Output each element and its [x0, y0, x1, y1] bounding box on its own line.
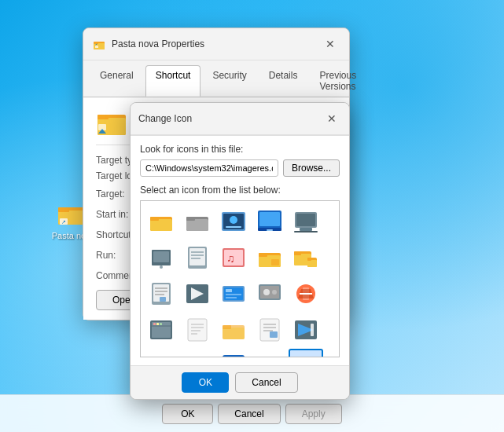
svg-point-69	[263, 289, 270, 295]
properties-close-button[interactable]: ✕	[321, 35, 340, 53]
svg-text:↗: ↗	[61, 219, 66, 225]
icon-cell-9[interactable]	[252, 240, 287, 275]
svg-rect-50	[294, 251, 301, 255]
icon-cell-4[interactable]	[252, 204, 287, 239]
svg-rect-19	[186, 219, 208, 231]
svg-rect-31	[300, 228, 312, 231]
change-icon-close-button[interactable]: ✕	[322, 109, 341, 128]
icon-cell-25[interactable]	[289, 349, 323, 357]
icon-cell-21[interactable]	[144, 349, 178, 357]
svg-rect-24	[226, 226, 241, 228]
svg-rect-46	[259, 253, 267, 257]
taskbar-cancel-button[interactable]: Cancel	[218, 404, 280, 424]
change-icon-select-label: Select an icon from the list below:	[140, 185, 340, 196]
svg-rect-80	[160, 323, 162, 325]
change-icon-title: Change Icon	[138, 113, 322, 124]
icon-cell-8[interactable]: ♫	[216, 240, 251, 275]
icon-cell-11[interactable]	[144, 276, 178, 311]
change-icon-content: Look for icons in this file: Browse... S…	[131, 135, 349, 365]
icon-cell-2[interactable]	[180, 204, 215, 239]
svg-rect-32	[294, 231, 318, 232]
properties-titlebar: Pasta nova Properties ✕	[83, 28, 349, 60]
taskbar-apply-button[interactable]: Apply	[285, 404, 342, 424]
svg-rect-26	[259, 212, 280, 226]
svg-rect-30	[296, 214, 315, 226]
properties-tabs: General Shortcut Security Details Previo…	[83, 60, 349, 97]
svg-point-23	[230, 216, 237, 224]
svg-rect-79	[156, 323, 159, 325]
icon-grid[interactable]: ♫	[140, 200, 340, 357]
tab-shortcut[interactable]: Shortcut	[145, 65, 201, 97]
svg-rect-106	[223, 355, 245, 357]
change-icon-dialog: Change Icon ✕ Look for icons in this fil…	[130, 102, 350, 400]
change-icon-file-input[interactable]	[140, 159, 278, 177]
svg-point-70	[272, 290, 277, 295]
svg-rect-64	[226, 289, 232, 292]
svg-rect-28	[267, 229, 273, 231]
svg-rect-53	[307, 258, 311, 261]
svg-rect-97	[150, 357, 172, 357]
icon-cell-18[interactable]	[216, 313, 251, 347]
icon-cell-7[interactable]	[180, 240, 215, 275]
svg-rect-2	[58, 207, 69, 212]
icon-cell-3[interactable]	[216, 204, 251, 239]
icon-cell-22[interactable]	[180, 349, 215, 357]
icon-cell-20[interactable]	[289, 313, 323, 347]
change-icon-file-row: Browse...	[140, 159, 340, 177]
svg-rect-16	[150, 219, 172, 231]
tab-previous-versions[interactable]: Previous Versions	[309, 65, 366, 97]
svg-rect-96	[311, 324, 314, 336]
taskbar: OK Cancel Apply	[0, 394, 504, 432]
icon-cell-1[interactable]	[144, 204, 178, 239]
icon-cell-15[interactable]	[289, 276, 323, 311]
titlebar-controls: ✕	[321, 35, 340, 53]
svg-rect-7	[94, 42, 98, 44]
svg-rect-17	[150, 217, 159, 221]
tab-general[interactable]: General	[90, 65, 144, 97]
change-icon-footer: OK Cancel	[131, 365, 349, 399]
svg-rect-78	[153, 323, 156, 325]
svg-rect-111	[259, 357, 281, 357]
properties-title-icon	[93, 38, 105, 50]
change-icon-ok-button[interactable]: OK	[182, 372, 229, 393]
icon-cell-17[interactable]	[180, 313, 215, 347]
svg-rect-8	[95, 46, 98, 48]
svg-rect-66	[226, 297, 237, 298]
svg-rect-81	[188, 319, 207, 341]
svg-rect-12	[97, 115, 109, 119]
change-icon-titlebar: Change Icon ✕	[131, 103, 349, 135]
icon-cell-16[interactable]	[144, 313, 178, 347]
svg-rect-59	[160, 297, 166, 302]
icon-cell-19[interactable]	[252, 313, 287, 347]
change-icon-browse-button[interactable]: Browse...	[283, 159, 340, 177]
svg-point-35	[160, 265, 163, 269]
icon-cell-24[interactable]	[252, 349, 287, 357]
shortcut-header-icon	[96, 107, 127, 138]
icon-cell-23[interactable]	[216, 349, 251, 357]
icon-cell-13[interactable]	[216, 276, 251, 311]
change-icon-cancel-button[interactable]: Cancel	[235, 372, 297, 393]
tab-details[interactable]: Details	[259, 65, 308, 97]
icon-grid-inner: ♫	[144, 204, 336, 357]
icon-cell-14[interactable]	[252, 276, 287, 311]
svg-rect-52	[307, 260, 317, 267]
svg-rect-93	[270, 331, 278, 338]
icon-cell-12[interactable]	[180, 276, 215, 311]
icon-cell-6[interactable]	[144, 240, 178, 275]
svg-rect-87	[223, 328, 245, 339]
svg-rect-65	[226, 294, 241, 295]
svg-rect-34	[153, 251, 169, 262]
properties-title-text: Pasta nova Properties	[112, 38, 315, 49]
svg-rect-47	[271, 259, 279, 265]
svg-rect-88	[223, 325, 231, 329]
icon-cell-5[interactable]	[289, 204, 323, 239]
taskbar-ok-button[interactable]: OK	[162, 404, 213, 424]
svg-text:♫: ♫	[226, 252, 235, 265]
svg-rect-102	[186, 357, 208, 357]
icon-cell-10[interactable]	[289, 240, 323, 275]
change-icon-look-for-label: Look for icons in this file:	[140, 144, 340, 155]
tab-security[interactable]: Security	[202, 65, 256, 97]
svg-rect-37	[189, 248, 205, 265]
svg-rect-20	[186, 217, 195, 221]
